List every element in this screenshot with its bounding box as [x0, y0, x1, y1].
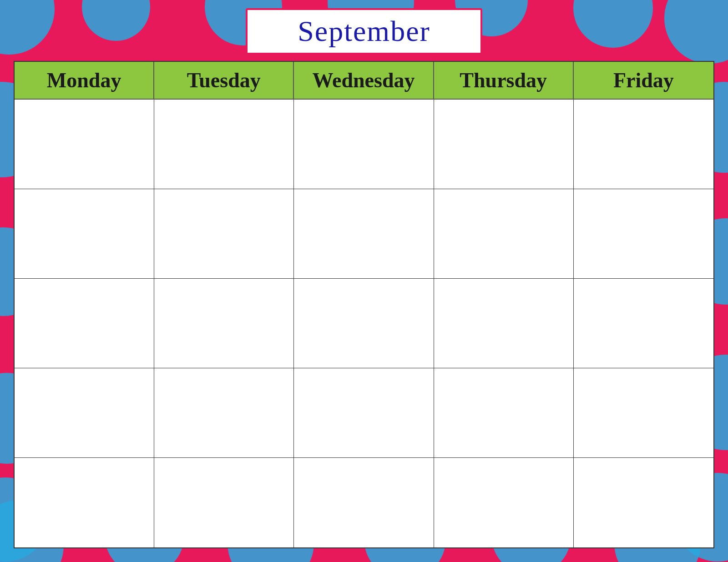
- cell-row2-wed[interactable]: [294, 189, 434, 279]
- cell-row1-tue[interactable]: [154, 100, 294, 189]
- cell-row5-wed[interactable]: [294, 458, 434, 547]
- calendar-body: [15, 100, 713, 547]
- cell-row2-thu[interactable]: [434, 189, 574, 279]
- header-friday: Friday: [574, 62, 713, 100]
- cell-row1-fri[interactable]: [574, 100, 713, 189]
- cell-row4-thu[interactable]: [434, 368, 574, 458]
- cell-row5-fri[interactable]: [574, 458, 713, 547]
- cell-row4-fri[interactable]: [574, 368, 713, 458]
- cell-row3-wed[interactable]: [294, 279, 434, 368]
- cell-row3-tue[interactable]: [154, 279, 294, 368]
- cell-row4-mon[interactable]: [15, 368, 154, 458]
- cell-row5-tue[interactable]: [154, 458, 294, 547]
- cell-row3-fri[interactable]: [574, 279, 713, 368]
- cell-row4-wed[interactable]: [294, 368, 434, 458]
- month-title: September: [257, 15, 471, 48]
- cell-row2-fri[interactable]: [574, 189, 713, 279]
- calendar-container: Monday Tuesday Wednesday Thursday Friday: [14, 61, 714, 548]
- cell-row5-mon[interactable]: [15, 458, 154, 547]
- header-tuesday: Tuesday: [154, 62, 294, 100]
- cell-row1-wed[interactable]: [294, 100, 434, 189]
- month-title-wrapper: September: [246, 8, 482, 55]
- cell-row5-thu[interactable]: [434, 458, 574, 547]
- cell-row3-thu[interactable]: [434, 279, 574, 368]
- cell-row3-mon[interactable]: [15, 279, 154, 368]
- header-thursday: Thursday: [434, 62, 574, 100]
- page-content: September Monday Tuesday Wednesday Thurs…: [0, 0, 728, 562]
- calendar-header: Monday Tuesday Wednesday Thursday Friday: [15, 62, 713, 100]
- cell-row1-thu[interactable]: [434, 100, 574, 189]
- cell-row2-mon[interactable]: [15, 189, 154, 279]
- header-wednesday: Wednesday: [294, 62, 434, 100]
- cell-row2-tue[interactable]: [154, 189, 294, 279]
- header-monday: Monday: [15, 62, 154, 100]
- cell-row4-tue[interactable]: [154, 368, 294, 458]
- cell-row1-mon[interactable]: [15, 100, 154, 189]
